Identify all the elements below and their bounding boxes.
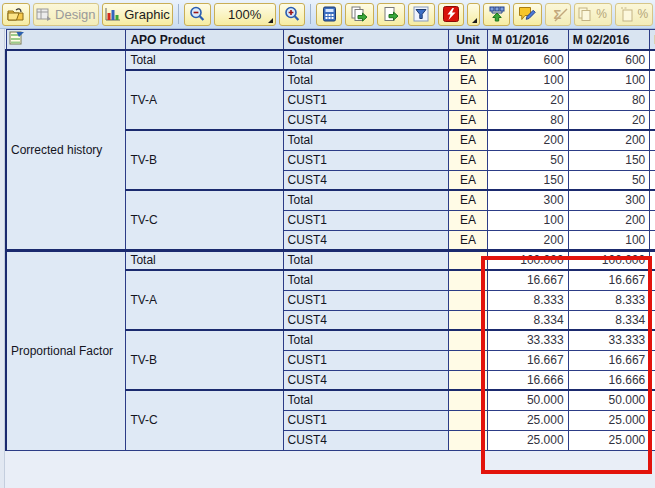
value-cell[interactable]: 50.000 [568, 390, 650, 410]
value-cell[interactable]: 16.667 [568, 350, 650, 370]
sigma-slash-icon: Σ [554, 7, 562, 22]
value-cell[interactable] [650, 110, 655, 130]
col-header-customer[interactable]: Customer [283, 30, 448, 51]
value-cell[interactable] [650, 90, 655, 110]
lightning-dropdown-button[interactable] [467, 3, 480, 26]
col-header-apo-product[interactable]: APO Product [126, 30, 283, 51]
paste-rows-button[interactable] [377, 3, 405, 26]
customer-cell: CUST1 [283, 290, 448, 310]
value-cell[interactable]: 200 [488, 230, 569, 250]
copy-percent-button[interactable]: % [574, 3, 612, 26]
sigma-toggle-button[interactable]: Σ [545, 3, 571, 26]
select-all-cell[interactable] [6, 30, 126, 51]
value-cell[interactable]: 25.000 [488, 410, 569, 430]
value-cell[interactable]: 100 [488, 210, 569, 230]
value-cell[interactable]: 33.333 [488, 330, 569, 350]
value-cell[interactable]: 50.000 [488, 390, 569, 410]
value-cell[interactable]: 200 [568, 130, 650, 150]
value-cell[interactable] [650, 290, 655, 310]
notes-button[interactable] [513, 3, 541, 26]
value-cell[interactable]: 8.334 [568, 310, 650, 330]
value-cell[interactable] [650, 190, 655, 210]
customer-cell: Total [283, 270, 448, 290]
paste-percent-button[interactable]: % [615, 3, 653, 26]
value-cell[interactable] [650, 210, 655, 230]
value-cell[interactable]: 16.667 [488, 350, 569, 370]
value-cell[interactable]: 25.000 [488, 430, 569, 450]
customer-cell: Total [283, 70, 448, 90]
col-header-m1[interactable]: M 01/2016 [488, 30, 569, 51]
zoom-in-button[interactable] [279, 3, 306, 26]
value-cell[interactable]: 8.334 [488, 310, 569, 330]
value-cell[interactable]: 25.000 [568, 430, 650, 450]
value-cell[interactable]: 100.000 [488, 250, 569, 270]
value-cell[interactable]: 16.666 [488, 370, 569, 390]
value-cell[interactable]: 150 [488, 170, 569, 190]
value-cell[interactable] [650, 410, 655, 430]
value-cell[interactable]: 25.000 [568, 410, 650, 430]
copy-rows-button[interactable] [345, 3, 373, 26]
value-cell[interactable]: 80 [568, 90, 650, 110]
value-cell[interactable]: 20 [488, 90, 569, 110]
value-cell[interactable] [650, 150, 655, 170]
value-cell[interactable] [650, 50, 655, 70]
value-cell[interactable]: 600 [488, 50, 569, 70]
value-cell[interactable] [650, 330, 655, 350]
customer-cell: Total [283, 390, 448, 410]
value-cell[interactable]: 33.333 [568, 330, 650, 350]
open-button[interactable] [2, 3, 30, 26]
value-cell[interactable]: 100 [568, 230, 650, 250]
value-cell[interactable]: 300 [488, 190, 569, 210]
design-button[interactable]: Design [33, 3, 99, 26]
zoom-level-button[interactable]: 100% [214, 3, 276, 26]
value-cell[interactable]: 100 [488, 70, 569, 90]
value-cell[interactable] [650, 310, 655, 330]
refresh-lightning-button[interactable] [438, 3, 465, 26]
col-header-m3[interactable]: M [650, 30, 655, 51]
value-cell[interactable]: 50 [568, 170, 650, 190]
keyfigure-label-proportional-factor: Proportional Factor [6, 250, 126, 450]
hierarchy-button[interactable] [483, 3, 510, 26]
graphic-button[interactable]: Graphic [102, 3, 173, 26]
value-cell[interactable] [650, 130, 655, 150]
calculator-button[interactable] [316, 3, 342, 26]
value-cell[interactable] [650, 430, 655, 450]
filter-button[interactable] [408, 3, 435, 26]
product-cell: TV-C [126, 390, 283, 450]
value-cell[interactable]: 600 [568, 50, 650, 70]
funnel-icon [413, 6, 429, 22]
value-cell[interactable]: 50 [488, 150, 569, 170]
value-cell[interactable]: 300 [568, 190, 650, 210]
value-cell[interactable]: 100 [568, 70, 650, 90]
value-cell[interactable]: 16.666 [568, 370, 650, 390]
value-cell[interactable]: 16.667 [568, 270, 650, 290]
value-cell[interactable]: 200 [568, 210, 650, 230]
col-header-unit[interactable]: Unit [448, 30, 487, 51]
value-cell[interactable] [650, 270, 655, 290]
value-cell[interactable] [650, 170, 655, 190]
customer-cell: CUST4 [283, 170, 448, 190]
value-cell[interactable]: 80 [488, 110, 569, 130]
value-cell[interactable] [650, 390, 655, 410]
unit-cell: EA [448, 210, 487, 230]
value-cell[interactable]: 200 [488, 130, 569, 150]
value-cell[interactable] [650, 70, 655, 90]
zoom-out-button[interactable] [184, 3, 211, 26]
customer-cell: CUST4 [283, 370, 448, 390]
value-cell[interactable]: 16.667 [488, 270, 569, 290]
value-cell[interactable]: 150 [568, 150, 650, 170]
unit-cell: EA [448, 110, 487, 130]
unit-cell: EA [448, 50, 487, 70]
col-header-m2[interactable]: M 02/2016 [568, 30, 650, 51]
value-cell[interactable] [650, 370, 655, 390]
value-cell[interactable]: 20 [568, 110, 650, 130]
value-cell[interactable]: 100.000 [568, 250, 650, 270]
value-cell[interactable]: 8.333 [568, 290, 650, 310]
value-cell[interactable] [650, 350, 655, 370]
value-cell[interactable] [650, 230, 655, 250]
table-select-icon [9, 34, 24, 48]
unit-cell [448, 370, 487, 390]
value-cell[interactable]: 8.333 [488, 290, 569, 310]
value-cell[interactable] [650, 250, 655, 270]
planning-table: APO Product Customer Unit M 01/2016 M 02… [5, 29, 655, 451]
